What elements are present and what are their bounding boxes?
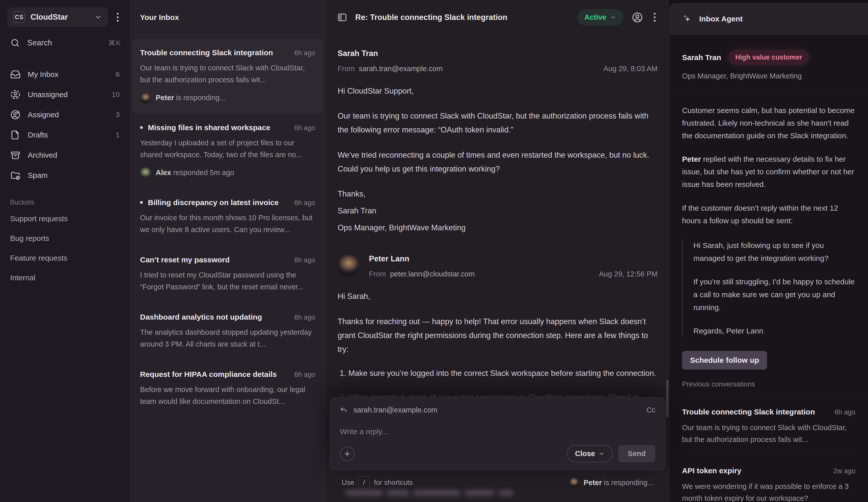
list-item-billing-discrepancy[interactable]: Billing discrepancy on latest invoice 6h… (133, 189, 323, 246)
previous-conversations-heading: Previous conversations (682, 380, 855, 388)
thread-menu-button[interactable] (651, 10, 658, 24)
search-input[interactable]: Search ⌘K (10, 38, 121, 48)
search-label: Search (27, 38, 101, 48)
previous-title: Trouble connecting Slack integration (682, 408, 829, 416)
list-item-reset-password[interactable]: Can’t reset my password 6h ago I tried t… (133, 246, 323, 303)
sidebar-item-drafts[interactable]: Drafts 1 (5, 125, 125, 145)
conversation-time: 6h ago (294, 314, 315, 321)
conversation-time: 6h ago (294, 199, 315, 207)
sidebar-item-count: 10 (112, 91, 120, 98)
scrollbar[interactable] (666, 380, 669, 418)
sidebar-item-label: Spam (28, 171, 120, 180)
schedule-follow-up-button[interactable]: Schedule follow up (682, 351, 767, 369)
bucket-feature-requests[interactable]: Feature requests (0, 248, 130, 268)
sidebar-item-count: 6 (116, 70, 120, 79)
paragraph: Hi Sarah, (338, 289, 658, 303)
list-item-missing-files[interactable]: Missing files in shared workspace 6h ago… (133, 114, 323, 188)
unread-dot (140, 126, 143, 129)
customer-name: Sarah Tran (682, 53, 721, 62)
conversation-status: Alex responded 5m ago (140, 167, 315, 178)
bucket-label: Feature requests (10, 254, 68, 262)
workspace-switcher[interactable]: CS CloudStar (8, 8, 108, 27)
sidebar-menu-button[interactable] (114, 10, 121, 24)
status-dropdown[interactable]: Active (577, 9, 623, 25)
thread-panel: Re: Trouble connecting Slack integration… (326, 0, 669, 502)
sidebar-item-count: 3 (116, 111, 120, 119)
avatar (569, 478, 579, 488)
unread-dot (140, 201, 143, 204)
list-item-dashboard-analytics[interactable]: Dashboard analytics not updating 6h ago … (133, 303, 323, 360)
plus-icon (343, 450, 351, 458)
composer-area: sarah.tran@example.com Cc Write a reply.… (330, 397, 665, 489)
chevron-down-icon (610, 14, 617, 21)
high-value-badge: High value customer (729, 50, 809, 65)
bucket-label: Bug reports (10, 234, 49, 243)
reply-icon (340, 406, 348, 414)
list-item-trouble-slack[interactable]: Trouble connecting Slack integration 6h … (133, 39, 323, 114)
conversation-preview: Before we move forward with onboarding, … (140, 384, 315, 407)
agent-analysis: If the customer doesn’t reply within the… (682, 202, 855, 227)
signature-line: Thanks, (338, 187, 658, 201)
user-check-icon (10, 109, 21, 120)
sidebar-item-label: Archived (28, 151, 120, 159)
sidebar-item-label: Assigned (28, 111, 116, 119)
conversation-time: 6h ago (294, 49, 315, 57)
bucket-support-requests[interactable]: Support requests (0, 209, 130, 229)
paragraph: Hi CloudStar Support, (338, 84, 658, 98)
bucket-bug-reports[interactable]: Bug reports (0, 229, 130, 248)
agent-title: Inbox Agent (699, 14, 743, 23)
agent-body[interactable]: Sarah Tran High value customer Ops Manag… (669, 35, 868, 502)
conversation-time: 6h ago (294, 371, 315, 379)
cc-button[interactable]: Cc (647, 406, 655, 414)
buckets-heading: Buckets (10, 199, 130, 206)
list-item-text: 1. Make sure you’re logged into the corr… (338, 366, 658, 380)
conversation-list: Trouble connecting Slack integration 6h … (130, 35, 326, 418)
message-date: Aug 29, 12:56 PM (599, 270, 658, 278)
composer-actions: Close Send (340, 445, 655, 462)
send-button[interactable]: Send (618, 445, 655, 462)
toggle-sidebar-button[interactable] (337, 12, 347, 22)
conversation-preview: Our invoice for this month shows 10 Pro … (140, 212, 315, 236)
bucket-internal[interactable]: Internal (0, 268, 130, 287)
sidebar-item-spam[interactable]: Spam (5, 165, 125, 186)
avatar (140, 167, 151, 178)
typing-status: Peter is responding... (156, 94, 226, 102)
sidebar: CS CloudStar Search ⌘K My Inbox 6 Unassi… (0, 0, 130, 502)
sidebar-item-unassigned[interactable]: Unassigned 10 (5, 84, 125, 105)
shortcuts-hint: Use (342, 479, 354, 487)
composer-footer: Use / for shortcuts Peter is responding.… (330, 476, 665, 489)
archive-icon (10, 150, 21, 160)
inbox-icon (10, 69, 21, 80)
add-attachment-button[interactable] (340, 447, 354, 461)
previous-preview: Our team is trying to connect Slack with… (682, 422, 855, 446)
sender-email: sarah.tran@example.com (359, 65, 443, 73)
previous-conversation-item[interactable]: API token expiry 2w ago We were wonderin… (682, 456, 855, 502)
sender-email: peter.lann@cloudstar.com (390, 270, 475, 278)
customer-row: Sarah Tran High value customer (682, 50, 855, 65)
typing-indicator: Peter is responding... (569, 478, 653, 488)
reply-input[interactable]: Write a reply... (340, 427, 655, 445)
close-dropdown-button[interactable]: Close (567, 445, 613, 462)
previous-conversation-item[interactable]: Trouble connecting Slack integration 6h … (682, 397, 855, 456)
buckets-list: Support requests Bug reports Feature req… (0, 209, 130, 287)
message-body: Hi CloudStar Support, Our team is trying… (338, 84, 658, 234)
assignee-button[interactable] (632, 12, 643, 23)
sidebar-item-my-inbox[interactable]: My Inbox 6 (5, 64, 125, 84)
agent-header: Inbox Agent (669, 3, 868, 35)
list-item-hipaa-compliance[interactable]: Request for HIPAA compliance details 6h … (133, 360, 323, 418)
slash-keycap: / (358, 476, 370, 489)
paragraph: Our team is trying to connect Slack with… (338, 109, 658, 137)
inbox-agent-panel: Inbox Agent Sarah Tran High value custom… (669, 3, 868, 502)
conversation-preview: Yesterday I uploaded a set of project fi… (140, 137, 315, 161)
sidebar-item-label: My Inbox (28, 70, 116, 79)
conversation-preview: Our team is trying to connect Slack with… (140, 62, 315, 86)
sidebar-item-assigned[interactable]: Assigned 3 (5, 105, 125, 125)
spam-folder-icon (10, 170, 21, 181)
inbox-list-title: Your Inbox (130, 0, 326, 35)
sidebar-item-archived[interactable]: Archived (5, 145, 125, 165)
avatar (140, 92, 151, 103)
agent-analysis: Peter replied with the necessary details… (682, 153, 855, 190)
workspace-logo: CS (13, 11, 25, 23)
from-label: From (338, 65, 355, 73)
status-label: Active (585, 13, 606, 21)
